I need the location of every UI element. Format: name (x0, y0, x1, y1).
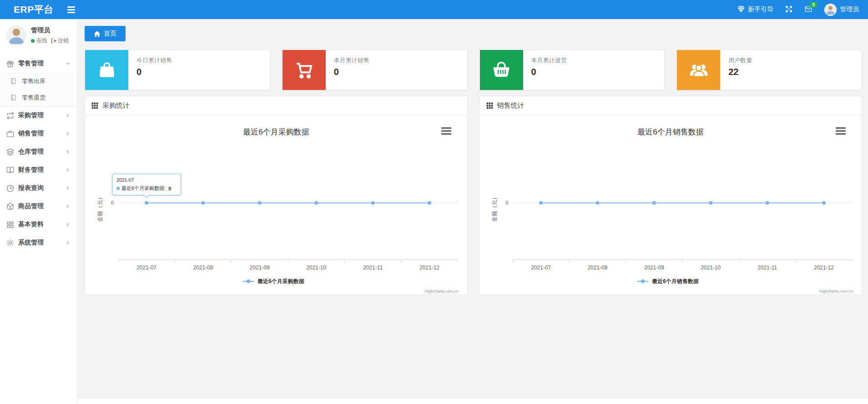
chart-context-menu-icon[interactable] (441, 127, 451, 135)
y-axis-label: 金额（元） (97, 195, 103, 222)
box-icon (6, 203, 14, 210)
sidebar-item-label: 基本资料 (18, 220, 44, 229)
sidebar-item-system-mgmt[interactable]: 系统管理 (0, 234, 77, 252)
svg-text:最近6个月采购数据: 最近6个月采购数据 (257, 278, 304, 284)
data-point[interactable] (201, 201, 205, 205)
sidebar-username: 管理员 (31, 26, 69, 35)
sidebar-item-label: 零售管理 (18, 60, 44, 68)
y-axis-label: 金额（元） (491, 195, 498, 222)
stat-card-month-purchases[interactable]: 本月累计进货 0 (479, 50, 665, 90)
user-menu[interactable]: 管理员 (824, 4, 859, 16)
sidebar-item-report-query[interactable]: 报表查询 (0, 179, 77, 197)
chevron-left-icon (65, 222, 71, 227)
sidebar-item-label: 系统管理 (18, 239, 44, 247)
menu-toggle-icon[interactable] (67, 6, 75, 13)
stat-card-month-sales[interactable]: 本月累计销售 0 (282, 50, 468, 90)
stat-card-title: 本月累计销售 (334, 56, 369, 65)
chevron-left-icon (65, 204, 71, 209)
tab-home-label: 首页 (104, 30, 116, 38)
fullscreen-button[interactable] (785, 5, 792, 14)
data-point[interactable] (539, 201, 543, 205)
th-grid-icon (91, 102, 98, 109)
panel-title: 采购统计 (102, 101, 130, 110)
chart-legend[interactable]: 最近6个月销售数据 (637, 278, 699, 284)
stat-card-today-sales[interactable]: 今日累计销售 0 (85, 50, 270, 90)
data-point[interactable] (766, 201, 769, 205)
data-point[interactable] (371, 201, 374, 205)
sidebar-item-product-mgmt[interactable]: 商品管理 (0, 197, 77, 215)
logout-button[interactable]: 注销 (51, 37, 69, 45)
sidebar-item-finance-mgmt[interactable]: 财务管理 (0, 161, 77, 179)
series-marker-icon (116, 187, 120, 190)
sidebar-item-retail-outbound[interactable]: 零售出库 (0, 73, 77, 90)
chart-legend[interactable]: 最近6个月采购数据 (243, 278, 304, 284)
x-axis-tick: 2021-08 (193, 264, 213, 271)
stat-card-value: 0 (531, 67, 567, 77)
users-icon (677, 50, 720, 90)
highcharts-credit[interactable]: Highcharts.com.cn (424, 289, 459, 294)
stat-card-user-count[interactable]: 用户数量 22 (676, 50, 862, 90)
x-axis-tick: 2021-11 (363, 264, 383, 271)
x-axis-tick: 2021-07 (531, 264, 551, 271)
x-axis-tick: 2021-12 (814, 264, 834, 271)
guide-button[interactable]: 新手引导 (737, 5, 773, 14)
sidebar: 管理员 在线 注销 零售管理 零售出库 (0, 19, 77, 404)
stat-card-value: 0 (334, 67, 369, 77)
y-axis-tick: 0 (505, 200, 508, 205)
x-axis-tick: 2021-11 (757, 264, 777, 271)
x-axis-tick: 2021-07 (136, 264, 156, 271)
data-point[interactable] (428, 201, 431, 205)
sidebar-item-label: 商品管理 (18, 202, 44, 210)
sidebar-item-label: 销售管理 (18, 130, 44, 138)
gem-icon (737, 5, 745, 14)
sales-stats-panel: 销售统计 最近6个月销售数据 金额（元） 0 (479, 96, 863, 295)
guide-label: 新手引导 (748, 5, 773, 14)
retail-submenu: 零售出库 零售退货 (0, 73, 77, 106)
x-axis-tick: 2021-09 (250, 264, 270, 271)
sidebar-item-retail-mgmt[interactable]: 零售管理 (0, 55, 77, 73)
sidebar-item-label: 仓库管理 (18, 148, 44, 156)
tooltip-series-label: 最近6个月采购数据: (121, 185, 166, 192)
sales-chart: 最近6个月销售数据 金额（元） 0 (484, 117, 857, 295)
online-status-icon (31, 39, 35, 43)
footer-strip (77, 398, 868, 404)
avatar (824, 4, 837, 16)
sidebar-item-warehouse-mgmt[interactable]: 仓库管理 (0, 143, 77, 161)
repeat-icon (6, 112, 14, 120)
pie-chart-icon (6, 185, 14, 192)
chart-title: 最近6个月采购数据 (243, 128, 309, 136)
stat-card-value: 0 (136, 67, 172, 77)
data-point[interactable] (314, 201, 318, 205)
sidebar-item-retail-returns[interactable]: 零售退货 (0, 90, 77, 106)
mail-badge: 0 (810, 2, 817, 8)
stat-card-value: 22 (728, 67, 752, 77)
sidebar-item-basic-data[interactable]: 基本资料 (0, 215, 77, 234)
svg-text:最近6个月销售数据: 最近6个月销售数据 (652, 278, 699, 284)
data-point[interactable] (145, 201, 148, 205)
data-point[interactable] (709, 201, 712, 205)
data-point[interactable] (822, 201, 826, 205)
online-status-label: 在线 (36, 37, 47, 45)
sidebar-item-sales-mgmt[interactable]: 销售管理 (0, 125, 77, 143)
brand-logo[interactable]: ERP平台 (0, 3, 54, 16)
data-point[interactable] (258, 201, 262, 205)
panel-title: 销售统计 (497, 101, 525, 110)
x-axis-tick: 2021-10 (306, 264, 326, 271)
sidebar-item-label: 零售退货 (22, 94, 45, 102)
x-axis-tick: 2021-08 (588, 264, 608, 271)
tab-home[interactable]: 首页 (85, 26, 126, 41)
x-axis-tick: 2021-12 (419, 264, 439, 271)
data-point[interactable] (596, 201, 600, 205)
messages-button[interactable]: 0 (804, 5, 812, 14)
sidebar-item-purchase-mgmt[interactable]: 采购管理 (0, 106, 77, 125)
tooltip-value: 0 (168, 186, 171, 191)
journal-icon (10, 94, 18, 102)
layers-icon (6, 148, 14, 156)
chart-context-menu-icon[interactable] (836, 127, 846, 135)
gear-icon (6, 239, 14, 247)
x-axis-tick: 2021-10 (701, 264, 721, 271)
data-point[interactable] (652, 201, 656, 205)
x-axis-tick: 2021-09 (644, 264, 664, 271)
avatar[interactable] (6, 25, 26, 45)
highcharts-credit[interactable]: Highcharts.com.cn (819, 289, 853, 294)
